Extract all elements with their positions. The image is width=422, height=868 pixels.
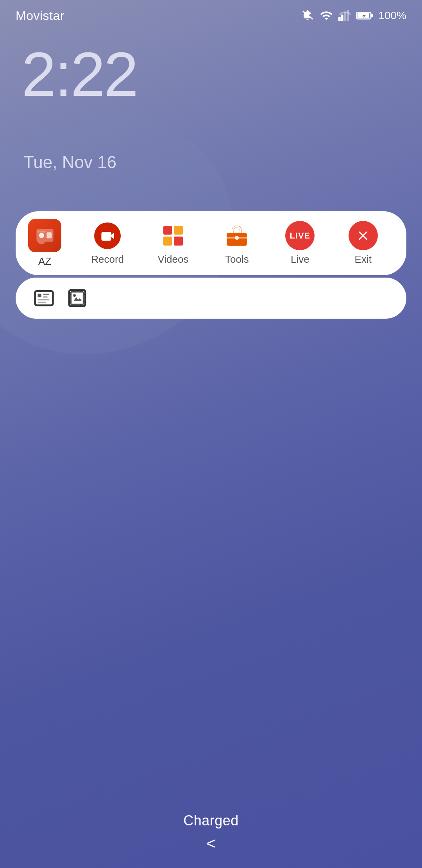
- exit-circle-icon: [349, 221, 378, 250]
- mute-icon: [301, 9, 314, 22]
- exit-label: Exit: [355, 253, 372, 265]
- svg-point-8: [39, 233, 44, 238]
- live-icon-container: LIVE: [285, 221, 315, 250]
- date-display: Tue, Nov 16: [23, 152, 116, 172]
- clock-display: 2:22: [21, 43, 137, 106]
- back-button[interactable]: <: [206, 835, 215, 852]
- wifi-icon: [319, 9, 334, 22]
- az-label: AZ: [38, 255, 51, 267]
- svg-rect-9: [46, 232, 52, 238]
- svg-rect-2: [344, 13, 347, 22]
- signal-icon: [338, 9, 352, 22]
- svg-rect-16: [43, 294, 49, 295]
- tools-label: Tools: [225, 253, 249, 265]
- videos-label: Videos: [157, 253, 188, 265]
- az-icon-svg: [35, 226, 55, 246]
- svg-rect-15: [38, 294, 41, 297]
- svg-point-13: [235, 236, 239, 240]
- record-button[interactable]: Record: [91, 221, 124, 265]
- battery-icon: [356, 9, 374, 22]
- videos-icon-container: [158, 221, 188, 250]
- videos-button[interactable]: Videos: [157, 221, 188, 265]
- svg-point-22: [73, 294, 76, 297]
- exit-x-icon: [356, 228, 370, 243]
- toolbar-panel: AZ Record Videos: [16, 211, 406, 275]
- second-panel: [16, 278, 406, 319]
- svg-rect-10: [37, 231, 46, 232]
- record-icon-container: [93, 221, 122, 250]
- tools-icon-container: [222, 221, 252, 250]
- live-circle-icon: LIVE: [285, 221, 315, 250]
- exit-button[interactable]: Exit: [349, 221, 378, 265]
- grid-cell-4: [174, 237, 183, 246]
- svg-rect-5: [371, 14, 373, 17]
- panel-news-icon[interactable]: [31, 285, 57, 311]
- screenshot-icon: [66, 287, 88, 309]
- exit-icon-container: [349, 221, 378, 250]
- charged-label: Charged: [0, 812, 422, 829]
- panel-screenshot-icon[interactable]: [64, 285, 90, 311]
- svg-rect-0: [338, 17, 341, 21]
- status-bar: Movistar 100%: [0, 0, 422, 31]
- status-icons: 100%: [301, 9, 406, 22]
- svg-rect-18: [38, 299, 49, 300]
- carrier-label: Movistar: [16, 9, 64, 23]
- news-icon: [33, 287, 55, 309]
- grid-cell-3: [163, 237, 172, 246]
- grid-cell-1: [163, 226, 172, 235]
- grid-cell-2: [174, 226, 183, 235]
- live-label: Live: [291, 253, 309, 265]
- record-label: Record: [91, 253, 124, 265]
- az-icon: [28, 219, 61, 252]
- svg-rect-14: [35, 291, 53, 305]
- svg-rect-17: [43, 296, 47, 298]
- svg-rect-21: [71, 292, 83, 304]
- tools-button[interactable]: Tools: [222, 221, 252, 265]
- toolbar-items: Record Videos: [74, 221, 395, 265]
- tools-briefcase-icon: [225, 224, 249, 248]
- svg-rect-1: [341, 14, 343, 21]
- live-button[interactable]: LIVE Live: [285, 221, 315, 265]
- record-camera-icon: [94, 222, 121, 249]
- svg-rect-19: [38, 302, 46, 303]
- videos-grid-icon: [163, 226, 183, 246]
- svg-rect-3: [347, 10, 349, 21]
- live-text: LIVE: [290, 231, 310, 241]
- battery-level: 100%: [378, 9, 406, 22]
- az-app-item[interactable]: AZ: [27, 219, 70, 267]
